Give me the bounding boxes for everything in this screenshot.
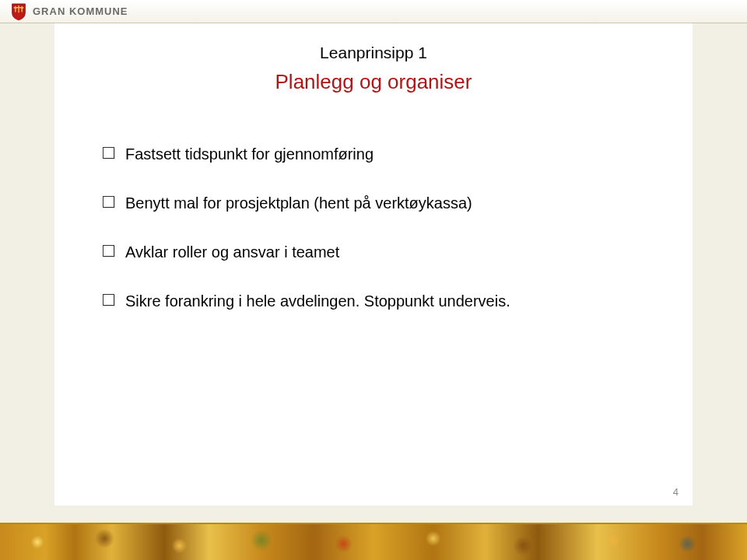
decorative-footer-strip [0, 523, 747, 560]
checkbox-icon [103, 147, 114, 159]
slide-overline: Leanprinsipp 1 [54, 44, 693, 62]
list-item: Fastsett tidspunkt for gjennomføring [103, 144, 640, 165]
list-item: Avklar roller og ansvar i teamet [103, 242, 640, 263]
bullet-text: Avklar roller og ansvar i teamet [125, 242, 339, 263]
municipality-shield-icon [11, 2, 26, 21]
checkbox-icon [103, 196, 114, 208]
header-bar: GRAN KOMMUNE [0, 0, 747, 23]
checkbox-icon [103, 294, 114, 306]
list-item: Sikre forankring i hele avdelingen. Stop… [103, 291, 640, 312]
slide-title: Planlegg og organiser [54, 70, 693, 94]
slide-area: Leanprinsipp 1 Planlegg og organiser Fas… [54, 23, 693, 506]
bullet-text: Benytt mal for prosjektplan (hent på ver… [125, 193, 472, 214]
brand-text: GRAN KOMMUNE [33, 5, 128, 17]
bullet-text: Fastsett tidspunkt for gjennomføring [125, 144, 374, 165]
bullet-text: Sikre forankring i hele avdelingen. Stop… [125, 291, 510, 312]
list-item: Benytt mal for prosjektplan (hent på ver… [103, 193, 640, 214]
bullet-list: Fastsett tidspunkt for gjennomføring Ben… [103, 144, 640, 340]
checkbox-icon [103, 245, 114, 257]
page-number: 4 [673, 486, 679, 498]
